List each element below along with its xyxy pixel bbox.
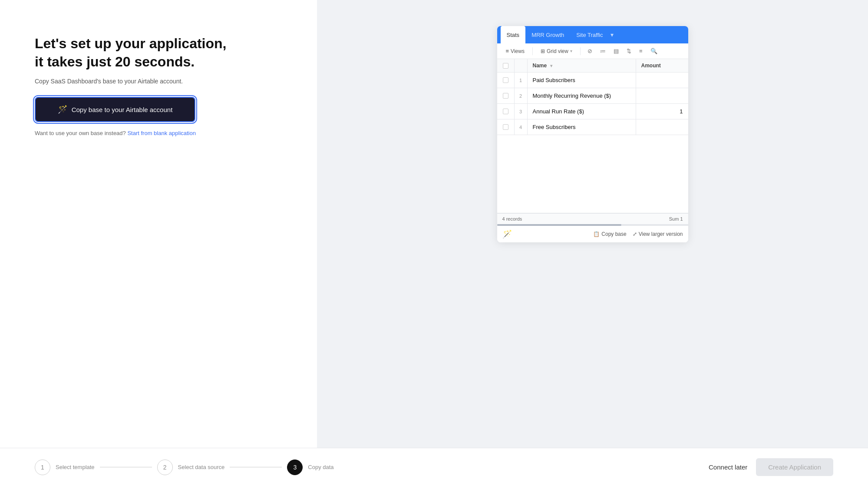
step-1-circle: 1 [35,460,50,475]
table-row: 1 Paid Subscribers [497,73,688,88]
header-check[interactable] [497,59,515,72]
step-3-circle: 3 [287,460,303,475]
blank-link[interactable]: Start from blank application [127,130,196,136]
search-icon[interactable]: 🔍 [648,46,660,56]
row-checkbox[interactable] [503,109,508,114]
row-check[interactable] [497,104,515,119]
row-name: Paid Subscribers [528,73,636,88]
step-1: 1 Select template [35,460,95,475]
table-row: 3 Annual Run Rate ($) 1 [497,104,688,119]
steps-container: 1 Select template 2 Select data source 3… [35,460,334,475]
row-num: 1 [515,73,528,88]
table-row: 2 Monthly Recurring Revenue ($) [497,88,688,104]
tab-site-traffic[interactable]: Site Traffic [570,26,609,43]
views-label: Views [511,48,525,54]
airtable-preview: Stats MRR Growth Site Traffic ▾ ≡ Views [497,26,688,242]
name-sort-icon[interactable]: ▾ [550,63,552,68]
toolbar-divider [532,47,533,55]
step-3: 3 Copy data [287,460,333,475]
header-rownum [515,59,528,72]
left-panel: Let's set up your application,it takes j… [0,0,317,448]
table-header: Name ▾ Amount [497,59,688,73]
chevron-down-icon: ▾ [611,31,614,38]
copy-btn-label: Copy base to your Airtable account [72,106,173,113]
row-amount [636,88,688,103]
view-larger-button[interactable]: ⤢ View larger version [633,231,683,237]
connect-later-button[interactable]: Connect later [709,463,747,471]
chevron-down-icon: ▾ [570,49,572,53]
views-button[interactable]: ≡ Views [502,46,528,56]
row-check[interactable] [497,73,515,88]
rows-icon[interactable]: ≡ [637,46,645,56]
toolbar: ≡ Views ⊞ Grid view ▾ ⊘ ≔ ▤ ⇅ ≡ 🔍 [497,43,688,59]
row-checkbox[interactable] [503,93,508,99]
blank-prefix: Want to use your own base instead? [35,130,126,136]
step-2-circle: 2 [157,460,173,475]
create-application-button[interactable]: Create Application [756,458,833,476]
copy-base-button[interactable]: 🪄 Copy base to your Airtable account [35,97,195,122]
airtable-logo: 🪄 [502,229,512,239]
row-name: Annual Run Rate ($) [528,104,636,119]
table-row: 4 Free Subscribers [497,119,688,135]
hide-icon[interactable]: ⊘ [585,46,595,56]
group-icon[interactable]: ▤ [611,46,621,56]
blank-text: Want to use your own base instead? Start… [35,130,282,136]
step-2-label: Select data source [178,464,225,470]
header-name: Name ▾ [528,59,636,72]
right-panel: Stats MRR Growth Site Traffic ▾ ≡ Views [317,0,868,448]
copy-icon: 📋 [593,231,600,237]
grid-view-button[interactable]: ⊞ Grid view ▾ [537,46,576,56]
row-amount [636,119,688,135]
copy-base-label: Copy base [601,231,626,237]
step-connector-2 [230,467,282,467]
row-check[interactable] [497,119,515,135]
grid-icon: ⊞ [541,48,545,54]
list-icon: ≡ [506,48,509,54]
row-num: 2 [515,88,528,103]
airtable-icon: 🪄 [58,105,67,114]
row-name: Monthly Recurring Revenue ($) [528,88,636,103]
step-3-label: Copy data [308,464,333,470]
wizard-bottom-bar: 1 Select template 2 Select data source 3… [0,448,868,486]
view-larger-label: View larger version [639,231,683,237]
row-num: 3 [515,104,528,119]
grid-view-label: Grid view [547,48,568,54]
row-checkbox[interactable] [503,77,508,83]
toolbar-divider-2 [580,47,581,55]
copy-base-action-button[interactable]: 📋 Copy base [593,231,626,237]
row-check[interactable] [497,88,515,103]
tab-mrr-growth[interactable]: MRR Growth [525,26,570,43]
headline: Let's set up your application,it takes j… [35,35,282,71]
tab-stats[interactable]: Stats [501,26,526,43]
preview-actions: 📋 Copy base ⤢ View larger version [593,231,683,237]
data-table: Name ▾ Amount 1 Paid Subscribers [497,59,688,213]
empty-space [497,135,688,213]
row-checkbox[interactable] [503,124,508,130]
step-connector-1 [100,467,152,467]
sort-icon[interactable]: ⇅ [624,46,634,56]
select-all-checkbox[interactable] [503,63,508,69]
bottom-actions: Connect later Create Application [709,458,833,476]
row-num: 4 [515,119,528,135]
expand-icon: ⤢ [633,231,637,237]
subtitle: Copy SaaS Dashboard's base to your Airta… [35,78,282,85]
records-count: 4 records [502,216,522,222]
bottom-bar: 🪄 📋 Copy base ⤢ View larger version [497,226,688,242]
row-amount: 1 [636,104,688,119]
filter-icon[interactable]: ≔ [597,46,608,56]
step-2: 2 Select data source [157,460,225,475]
preview-tabs: Stats MRR Growth Site Traffic ▾ [497,26,688,43]
sum-value: Sum 1 [669,216,683,222]
row-name: Free Subscribers [528,119,636,135]
header-amount: Amount [636,59,688,72]
step-1-label: Select template [56,464,95,470]
table-footer: 4 records Sum 1 [497,213,688,224]
row-amount [636,73,688,88]
